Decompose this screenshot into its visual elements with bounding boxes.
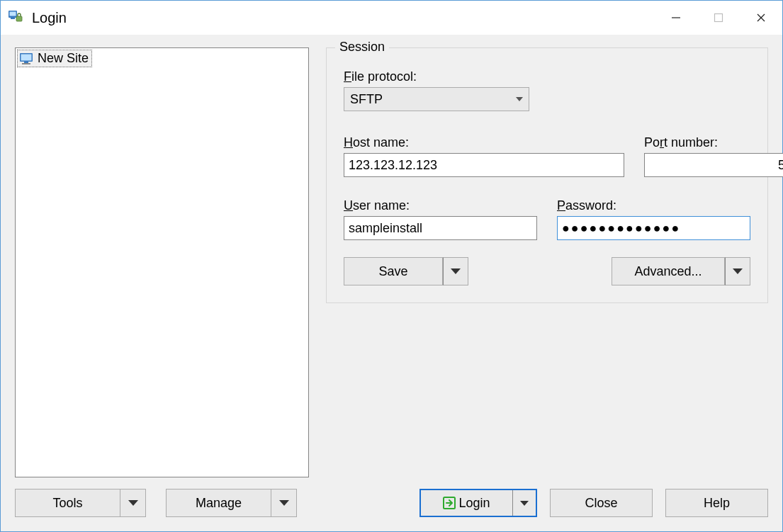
- titlebar: Login: [1, 1, 782, 35]
- sites-list[interactable]: New Site: [15, 47, 309, 477]
- login-button-label: Login: [458, 496, 490, 511]
- save-button-label: Save: [378, 264, 407, 279]
- caret-down-icon: [733, 268, 743, 274]
- password-input[interactable]: [557, 216, 750, 240]
- app-icon: [8, 9, 25, 26]
- svg-rect-11: [22, 63, 30, 64]
- manage-button-label: Manage: [196, 496, 242, 511]
- monitor-icon: [19, 52, 33, 65]
- manage-button[interactable]: Manage: [166, 489, 271, 517]
- advanced-button[interactable]: Advanced...: [612, 257, 725, 285]
- save-button[interactable]: Save: [344, 257, 443, 285]
- session-legend: Session: [335, 40, 389, 55]
- svg-rect-2: [11, 18, 15, 19]
- port-number-input[interactable]: [644, 153, 783, 177]
- close-button[interactable]: [740, 1, 782, 35]
- help-button[interactable]: Help: [665, 489, 768, 517]
- close-button-label: Close: [585, 496, 617, 511]
- svg-rect-3: [16, 16, 22, 21]
- main-row: New Site Session File protocol: SFTP: [15, 47, 768, 477]
- client-area: New Site Session File protocol: SFTP: [1, 35, 782, 531]
- caret-down-icon: [520, 501, 529, 506]
- tools-dropdown-button[interactable]: [120, 489, 146, 517]
- login-icon: [443, 497, 456, 509]
- tools-button-label: Tools: [52, 496, 82, 511]
- file-protocol-value: SFTP: [350, 92, 383, 107]
- minimize-button[interactable]: [655, 1, 697, 35]
- login-dropdown-button[interactable]: [513, 490, 536, 516]
- maximize-button[interactable]: [697, 1, 740, 35]
- footer-row: Tools Manage: [15, 489, 768, 517]
- save-dropdown-button[interactable]: [443, 257, 468, 285]
- user-name-label: User name:: [344, 198, 537, 213]
- port-number-stepper[interactable]: [644, 153, 750, 177]
- advanced-dropdown-button[interactable]: [725, 257, 750, 285]
- window-controls: [655, 1, 782, 35]
- manage-dropdown-button[interactable]: [271, 489, 297, 517]
- caret-down-icon: [128, 500, 138, 506]
- caret-down-icon: [451, 268, 461, 274]
- file-protocol-label: File protocol:: [344, 69, 750, 84]
- svg-rect-5: [715, 14, 723, 22]
- svg-rect-9: [21, 54, 32, 60]
- login-split-button: Login: [419, 489, 537, 517]
- login-button[interactable]: Login: [421, 490, 513, 516]
- help-button-label: Help: [704, 496, 730, 511]
- save-split-button: Save: [344, 257, 468, 285]
- manage-split-button: Manage: [166, 489, 297, 517]
- session-column: Session File protocol: SFTP Host name:: [326, 47, 768, 477]
- advanced-button-label: Advanced...: [634, 264, 702, 279]
- site-item-label: New Site: [38, 51, 89, 66]
- tools-split-button: Tools: [15, 489, 146, 517]
- host-name-input[interactable]: [344, 153, 624, 177]
- window-title: Login: [32, 10, 67, 26]
- host-name-label: Host name:: [344, 135, 624, 150]
- file-protocol-select[interactable]: SFTP: [344, 87, 529, 111]
- site-item-new-site[interactable]: New Site: [17, 50, 92, 67]
- user-name-input[interactable]: [344, 216, 537, 240]
- close-dialog-button[interactable]: Close: [550, 489, 653, 517]
- tools-button[interactable]: Tools: [15, 489, 120, 517]
- chevron-down-icon: [516, 97, 523, 101]
- port-number-label: Port number:: [644, 135, 750, 150]
- svg-rect-1: [10, 12, 16, 16]
- caret-down-icon: [279, 500, 289, 506]
- login-window: Login: [0, 0, 783, 532]
- password-label: Password:: [557, 198, 750, 213]
- advanced-split-button: Advanced...: [612, 257, 750, 285]
- svg-rect-10: [24, 62, 28, 63]
- session-group: Session File protocol: SFTP Host name:: [326, 47, 768, 303]
